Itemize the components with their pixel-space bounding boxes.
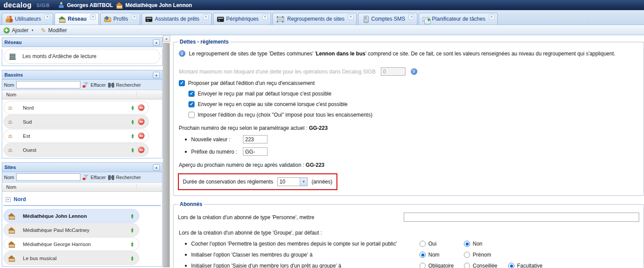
scrollbar-thumb[interactable] <box>163 43 170 267</box>
sort-arrows-icon[interactable] <box>130 228 135 233</box>
sort-arrows-icon[interactable] <box>130 256 135 261</box>
tab-label: Assistants de prêts <box>155 16 199 22</box>
bassin-row[interactable]: Est <box>4 129 149 143</box>
tab-close-icon[interactable] <box>90 14 96 20</box>
tab[interactable]: Planificateur de tâches <box>419 13 497 25</box>
chevron-down-icon[interactable] <box>300 178 307 186</box>
radio-icon[interactable] <box>464 252 470 258</box>
sort-arrows-icon[interactable] <box>130 119 135 125</box>
bassin-row-label: Ouest <box>23 147 36 153</box>
scroll-up-icon[interactable] <box>163 35 170 42</box>
checkbox[interactable] <box>179 80 185 86</box>
sites-filter-input[interactable] <box>16 173 80 181</box>
sort-arrows-icon[interactable] <box>130 105 135 110</box>
bassin-row[interactable]: Nord <box>4 101 149 114</box>
remove-icon[interactable] <box>138 132 145 139</box>
tree-collapse-icon[interactable] <box>6 197 11 202</box>
sites-column-header[interactable]: Nom <box>2 183 162 192</box>
sites-search-row: Nom Effacer Rechercher <box>2 172 162 183</box>
checkbox[interactable] <box>188 112 195 118</box>
radio-icon[interactable] <box>420 263 426 268</box>
bassins-search-button[interactable]: Rechercher <box>108 82 141 88</box>
option-label: Cocher l'option 'Permettre la gestion de… <box>185 241 420 247</box>
site-row[interactable]: Médiathèque George Harrison <box>4 237 139 251</box>
radio-conseillee[interactable]: Conseillée <box>464 263 508 268</box>
bassins-clear-button[interactable]: Effacer <box>83 82 106 88</box>
radio-obligatoire[interactable]: Obligatoire <box>420 263 464 268</box>
sites-group-nord[interactable]: Nord <box>4 195 161 206</box>
search-icon <box>108 175 115 180</box>
clear-filter-icon <box>83 82 89 88</box>
sites-search-label: Rechercher <box>116 175 141 180</box>
tab[interactable]: Regroupements de sites <box>272 13 357 25</box>
sites-search-button[interactable]: Rechercher <box>108 175 141 180</box>
radio-nom[interactable]: Nom <box>420 252 464 258</box>
main-panel: Dettes - règlements i Le regroupement de… <box>170 35 644 268</box>
radio-oui[interactable]: Oui <box>420 241 464 247</box>
collapse-up-icon[interactable] <box>153 164 160 171</box>
radio-icon[interactable] <box>420 241 426 247</box>
tab[interactable]: Assistants de prêts <box>141 13 211 25</box>
option-portail-text: Cocher l'option 'Permettre la gestion de… <box>191 241 397 247</box>
tab[interactable]: Périphériques <box>213 13 271 25</box>
tab-close-icon[interactable] <box>262 14 268 20</box>
network-panel-header[interactable]: Réseau <box>2 37 163 47</box>
nouvelle-valeur-input[interactable] <box>243 135 268 143</box>
sort-arrows-icon[interactable] <box>130 133 135 139</box>
site-row[interactable]: Le bus musical <box>4 251 139 265</box>
prefixe-input[interactable] <box>243 147 268 156</box>
tab-close-icon[interactable] <box>348 14 354 20</box>
sites-clear-button[interactable]: Effacer <box>83 174 106 180</box>
site-row-actions <box>130 242 135 247</box>
sort-arrows-icon[interactable] <box>130 242 135 247</box>
radio-icon[interactable] <box>464 241 470 247</box>
radio-facultative[interactable]: Facultative <box>508 263 553 268</box>
bassins-panel-header[interactable]: Bassins <box>2 70 163 80</box>
add-button[interactable]: Ajouter <box>4 27 34 33</box>
home-icon <box>8 255 15 261</box>
tab-close-icon[interactable] <box>44 14 50 20</box>
collapse-up-icon[interactable] <box>153 39 160 46</box>
personne-label: Lors de la création d'un abonné de type … <box>178 214 314 220</box>
bullet-icon <box>185 265 187 267</box>
tab[interactable]: Utilisateurs <box>2 13 53 25</box>
prefixe-row: Préfixe du numéro : <box>185 147 639 156</box>
sort-arrows-icon[interactable] <box>130 147 135 153</box>
checkbox[interactable] <box>188 101 195 107</box>
info-icon[interactable]: i <box>179 50 185 57</box>
tab[interactable]: Réseau <box>54 13 99 25</box>
tab-close-icon[interactable] <box>131 14 137 20</box>
personne-row: Lors de la création d'un abonné de type … <box>178 213 639 222</box>
network-item[interactable]: Les monts d'Ardèche de lecture <box>4 49 160 64</box>
personne-input[interactable] <box>404 213 639 222</box>
collapse-up-icon[interactable] <box>153 72 160 78</box>
tab-icon <box>145 17 152 22</box>
retention-duration-select[interactable]: 10 <box>277 177 308 186</box>
tab[interactable]: Comptes SMS <box>358 13 417 25</box>
radio-icon[interactable] <box>508 263 514 268</box>
site-row[interactable]: Médiathèque John Lennon <box>4 209 139 223</box>
tab-close-icon[interactable] <box>409 14 414 20</box>
bassins-column-header[interactable]: Nom <box>2 90 162 99</box>
bassin-row[interactable]: Ouest <box>4 143 149 157</box>
tab-close-icon[interactable] <box>489 14 495 20</box>
radio-icon[interactable] <box>420 252 426 258</box>
sites-panel-header[interactable]: Sites <box>2 162 163 172</box>
site-row[interactable]: Médiathèque Paul McCartney <box>4 223 139 237</box>
remove-icon[interactable] <box>138 118 145 125</box>
checkbox[interactable] <box>188 91 195 97</box>
app-logo-suffix: SIGB <box>36 3 50 8</box>
remove-icon[interactable] <box>138 104 145 111</box>
bassins-filter-input[interactable] <box>16 81 80 88</box>
sort-arrows-icon[interactable] <box>130 213 135 219</box>
radio-non[interactable]: Non <box>464 241 508 247</box>
tab[interactable]: Profils <box>100 13 140 25</box>
radio-icon[interactable] <box>464 263 470 268</box>
sidebar-scrollbar[interactable] <box>163 35 170 268</box>
bassin-row[interactable]: Sud <box>4 115 149 128</box>
info-icon[interactable]: i <box>411 68 417 75</box>
tab-close-icon[interactable] <box>203 14 209 20</box>
remove-icon[interactable] <box>138 147 145 153</box>
modify-button[interactable]: Modifier <box>41 27 67 34</box>
radio-prenom[interactable]: Prénom <box>464 252 508 258</box>
